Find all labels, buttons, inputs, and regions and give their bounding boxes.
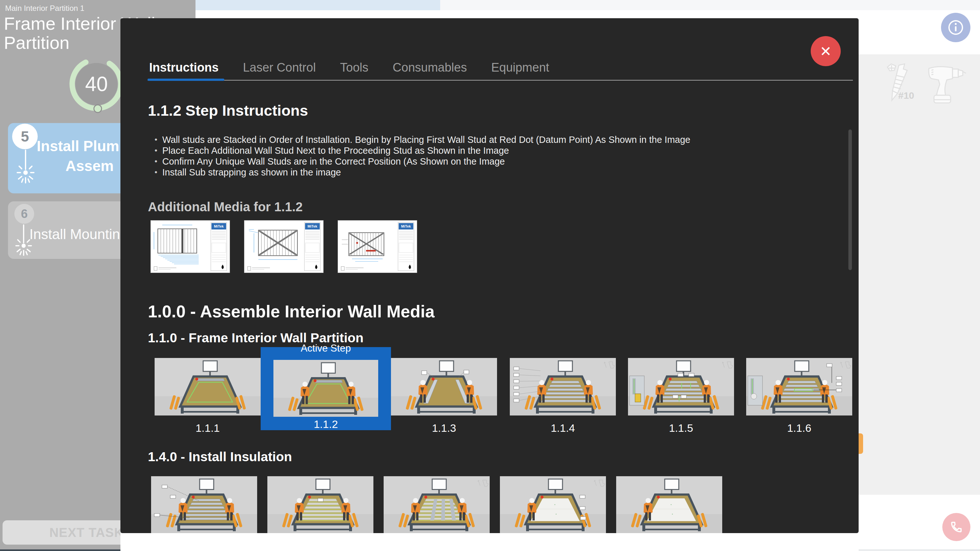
laser-icon (17, 150, 35, 185)
step-id-label: 1.1.5 (628, 422, 734, 434)
drawing-x-brace[interactable]: MiTek (244, 221, 323, 272)
step-thumbnail-1.1.1[interactable] (154, 358, 261, 416)
info-icon (947, 19, 964, 36)
task-group-subtitle: Main Interior Partition 1 (5, 4, 84, 13)
step-thumbnail-1.1.5[interactable] (628, 358, 734, 416)
drawing-studs-dimensions[interactable]: MiTek (151, 221, 230, 272)
phone-icon (949, 520, 963, 534)
instruction-bullet: Wall studs are Stacked in Order of Insta… (153, 134, 715, 145)
next-task-label: NEXT TASK (49, 526, 124, 540)
active-step-label: Active Step (261, 342, 391, 354)
top-toolbar-row (196, 10, 980, 19)
close-button[interactable]: ✕ (811, 36, 841, 66)
screw-size-label: #10 (898, 90, 914, 101)
info-button[interactable] (941, 13, 970, 42)
tab-consumables[interactable]: Consumables (393, 61, 467, 75)
step-thumbnail[interactable] (616, 476, 722, 533)
step-thumbnail-1.1.4[interactable] (510, 358, 616, 416)
step-thumbnail[interactable] (151, 476, 257, 533)
tab-tools[interactable]: Tools (340, 61, 369, 75)
svg-text:MiTek: MiTek (308, 225, 318, 228)
additional-media-row: MiTekMiTekMiTek (151, 221, 417, 272)
instruction-bullet: Confirm Any Unique Wall Studs are in the… (153, 156, 715, 167)
step-thumbnail[interactable] (500, 476, 606, 533)
phone-button[interactable] (942, 513, 970, 541)
step-thumbnail[interactable] (267, 476, 374, 533)
close-icon: ✕ (820, 43, 832, 59)
tabs-divider (148, 80, 853, 81)
additional-media-heading: Additional Media for 1.1.2 (148, 200, 303, 214)
instruction-bullet: Install Sub strapping as shown in the im… (153, 167, 715, 178)
step-id-label: 1.1.2 (261, 418, 391, 430)
step-thumbnail-1.1.6[interactable] (746, 358, 852, 416)
top-toolbar-highlight (196, 0, 440, 10)
instruction-bullet: Place Each Additional Wall Stud Next to … (153, 145, 715, 156)
top-toolbar (440, 0, 980, 10)
svg-text:MiTek: MiTek (401, 225, 411, 228)
instruction-bullets: Wall studs are Stacked in Order of Insta… (153, 134, 715, 178)
step-5-label-line1: Install Plum (37, 137, 119, 155)
tab-laser-control[interactable]: Laser Control (243, 61, 316, 75)
drill-icon (926, 64, 967, 105)
progress-value: 40 (66, 54, 127, 115)
step-id-label: 1.1.6 (746, 422, 852, 434)
step-thumbnail[interactable] (383, 476, 490, 533)
step-5-label-line2: Assem (65, 157, 114, 175)
drawing-x-brace-marked[interactable]: MiTek (338, 221, 417, 272)
svg-text:MiTek: MiTek (214, 225, 224, 228)
modal-tabs: InstructionsLaser ControlToolsConsumable… (149, 61, 549, 75)
step-instructions-heading: 1.1.2 Step Instructions (148, 102, 308, 119)
step-6-number-badge: 6 (14, 204, 34, 224)
step-id-label: 1.1.1 (154, 422, 261, 434)
active-tab-underline (148, 79, 224, 81)
section-heading: 1.0.0 - Assemble Interior Wall Media (148, 302, 434, 321)
step-id-label: 1.1.4 (510, 422, 616, 434)
step-thumbnail-1.1.3[interactable] (391, 358, 497, 416)
step-thumbnail-1.1.2[interactable] (274, 360, 378, 417)
group-2-heading: 1.4.0 - Install Insulation (148, 449, 292, 464)
tab-equipment[interactable]: Equipment (491, 61, 549, 75)
step-6-label: Install Mounting (29, 226, 128, 242)
step-id-label: 1.1.3 (391, 422, 497, 434)
step-5-number-badge: 5 (12, 124, 38, 149)
tab-instructions[interactable]: Instructions (149, 61, 218, 75)
modal-scrollbar[interactable] (848, 129, 852, 270)
modal-bottom-mask (121, 533, 859, 551)
